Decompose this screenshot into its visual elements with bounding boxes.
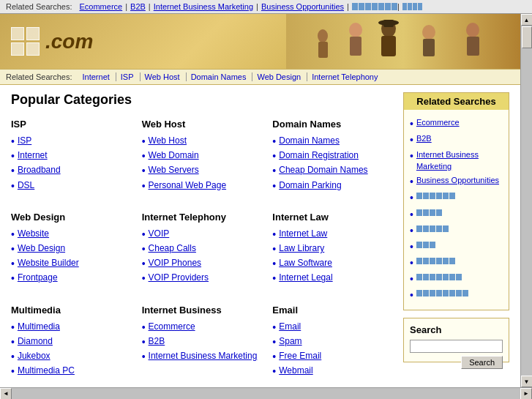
link-b2b[interactable]: B2B [149, 335, 165, 348]
related-bar-telephony[interactable]: Internet Telephony [307, 72, 378, 81]
scroll-thumb[interactable] [522, 26, 532, 48]
link-cheap-calls[interactable]: Cheap Calls [149, 242, 196, 255]
list-item: • [410, 190, 503, 206]
block-row[interactable] [416, 272, 462, 282]
svg-rect-10 [467, 37, 479, 56]
link-domain[interactable]: Domain Names [279, 135, 340, 147]
search-input[interactable] [410, 340, 503, 353]
banner-image [286, 14, 520, 69]
top-link-ibm[interactable]: Internet Business Marketing [154, 2, 253, 11]
link-frontpage[interactable]: Frontpage [18, 272, 58, 284]
top-link-b2b[interactable]: B2B [130, 2, 146, 11]
related-bar-domain[interactable]: Domain Names [186, 72, 247, 81]
top-link-bo[interactable]: Business Opportunities [261, 2, 344, 11]
link-isp[interactable]: ISP [18, 135, 31, 147]
link-broadband[interactable]: Broadband [18, 164, 61, 176]
rel-block [443, 193, 449, 199]
block-row[interactable] [416, 256, 455, 266]
link-email[interactable]: Email [279, 321, 301, 333]
related-bar-isp[interactable]: ISP [116, 72, 134, 81]
top-bar: Related Searches: Ecommerce | B2B | Inte… [0, 0, 532, 14]
link-ecommerce[interactable]: Ecommerce [149, 321, 195, 333]
category-webdesign: Web Design •Website •Web Design •Website… [11, 212, 135, 286]
link-domain-reg[interactable]: Domain Registration [279, 149, 359, 162]
link-internet[interactable]: Internet [18, 149, 48, 162]
block-row[interactable] [416, 224, 449, 234]
rel-block [416, 209, 422, 216]
link-dsl[interactable]: DSL [18, 179, 34, 192]
category-isp: ISP •ISP •Internet •Broadband •DSL [11, 119, 135, 193]
bullet-icon: • [142, 321, 146, 334]
link-spam[interactable]: Spam [279, 335, 301, 348]
block-row[interactable] [416, 191, 455, 201]
bullet-icon: • [410, 208, 413, 221]
horizontal-scrollbar: ◄ ► [0, 387, 532, 399]
rel-block [423, 225, 429, 232]
link-webhost[interactable]: Web Host [149, 135, 187, 147]
scroll-down-button[interactable]: ▼ [521, 376, 533, 387]
link-law-software[interactable]: Law Software [279, 257, 332, 269]
bullet-icon: • [11, 321, 15, 334]
categories-grid: ISP •ISP •Internet •Broadband •DSL Web H… [11, 119, 396, 386]
link-webdesign[interactable]: Web Design [18, 242, 65, 255]
related-bar-webhost[interactable]: Web Host [140, 72, 180, 81]
scroll-left-button[interactable]: ◄ [0, 388, 12, 400]
list-item: •Domain Registration [272, 149, 396, 163]
link-domain-parking[interactable]: Domain Parking [279, 179, 341, 192]
category-multimedia-title: Multimedia [11, 305, 135, 316]
sidebar-link-b2b[interactable]: B2B [416, 133, 432, 144]
link-voip-providers[interactable]: VOIP Providers [149, 272, 209, 284]
block-row[interactable] [416, 288, 468, 298]
svg-point-9 [466, 23, 479, 37]
link-voip-phones[interactable]: VOIP Phones [149, 257, 202, 269]
block-row[interactable] [416, 208, 442, 217]
link-multimedia-pc[interactable]: Multimedia PC [18, 365, 75, 377]
scroll-right-button[interactable]: ► [520, 388, 532, 400]
sidebar-link-ecommerce[interactable]: Ecommerce [416, 117, 460, 128]
link-website-builder[interactable]: Website Builder [18, 257, 79, 269]
related-bar-internet[interactable]: Internet [78, 72, 110, 81]
top-link-ecommerce[interactable]: Ecommerce [80, 2, 123, 11]
sidebar-link-ibm[interactable]: Internet Business Marketing [416, 149, 503, 172]
scroll-track-h[interactable] [12, 388, 520, 400]
link-multimedia[interactable]: Multimedia [18, 321, 60, 333]
link-voip[interactable]: VOIP [149, 228, 170, 240]
bullet-icon: • [410, 149, 413, 163]
rel-block [443, 290, 449, 297]
bullet-icon: • [410, 272, 413, 286]
list-item: •B2B [142, 335, 266, 349]
link-webmail[interactable]: Webmail [279, 365, 312, 377]
list-item: •Law Software [272, 256, 396, 271]
link-internet-legal[interactable]: Internet Legal [279, 272, 332, 284]
bullet-icon: • [142, 149, 146, 163]
link-personal-web[interactable]: Personal Web Page [149, 179, 227, 192]
link-jukebox[interactable]: Jukebox [18, 350, 50, 362]
related-bar-webdesign[interactable]: Web Design [252, 72, 301, 81]
search-button[interactable]: Search [461, 356, 503, 369]
link-law-library[interactable]: Law Library [279, 242, 324, 255]
bullet-icon: • [410, 175, 413, 188]
content-scroll[interactable]: .com [0, 14, 520, 387]
bullet-icon: • [272, 272, 276, 285]
link-cheap-domain[interactable]: Cheap Domain Names [279, 164, 367, 176]
list-item: • Business Opportunities [410, 174, 503, 190]
link-website[interactable]: Website [18, 228, 49, 240]
bullet-icon: • [11, 350, 15, 363]
related-bar: Related Searches: Internet ISP Web Host … [0, 69, 520, 85]
svg-rect-6 [350, 37, 361, 56]
link-webservers[interactable]: Web Servers [149, 164, 199, 176]
link-free-email[interactable]: Free Email [279, 350, 321, 362]
scroll-track[interactable] [521, 26, 533, 376]
link-internet-law[interactable]: Internet Law [279, 228, 327, 240]
sidebar-link-bo[interactable]: Business Opportunities [416, 175, 499, 186]
link-webdomain[interactable]: Web Domain [149, 149, 199, 162]
scroll-up-button[interactable]: ▲ [521, 14, 533, 26]
main-content: Popular Categories ISP •ISP •Internet •B… [0, 85, 520, 387]
bullet-icon: • [410, 133, 413, 146]
block-row[interactable] [416, 240, 435, 250]
svg-rect-4 [383, 20, 394, 27]
link-diamond[interactable]: Diamond [18, 335, 53, 348]
link-ib-marketing[interactable]: Internet Business Marketing [149, 350, 258, 362]
list-item: •Cheap Calls [142, 242, 266, 256]
list-item: • [410, 287, 503, 303]
